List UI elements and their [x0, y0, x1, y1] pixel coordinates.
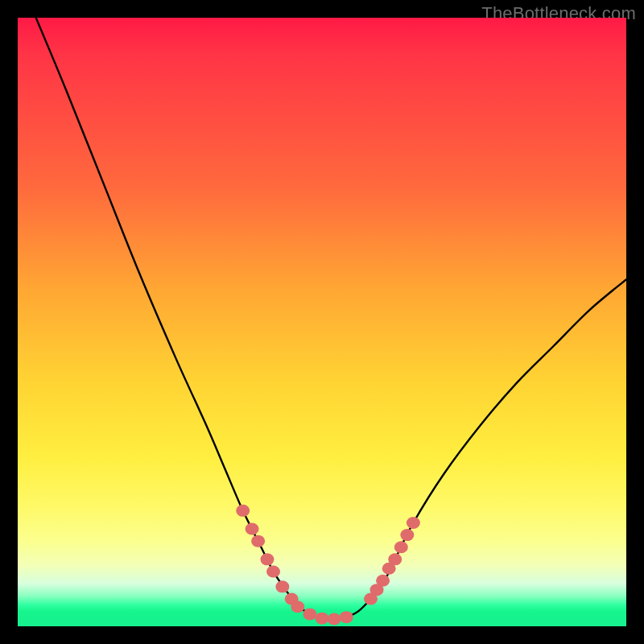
- curve-layer: [18, 18, 626, 626]
- bead-marker: [316, 613, 329, 625]
- bead-marker: [394, 541, 408, 553]
- bead-marker: [328, 613, 341, 625]
- plot-area: [18, 18, 626, 626]
- chart-frame: TheBottleneck.com: [0, 0, 644, 644]
- bottleneck-curve: [36, 18, 626, 619]
- bead-marker: [246, 523, 259, 535]
- bead-marker: [275, 580, 289, 592]
- bead-marker: [340, 611, 353, 623]
- bead-marker: [266, 565, 280, 577]
- bead-marker: [388, 553, 402, 565]
- bead-marker: [407, 517, 420, 529]
- bead-marker: [251, 535, 265, 547]
- bead-marker: [236, 505, 250, 517]
- highlight-beads: [236, 505, 420, 625]
- bead-marker: [291, 601, 304, 613]
- bead-marker: [260, 553, 274, 565]
- bead-marker: [303, 608, 316, 620]
- bead-marker: [376, 575, 390, 587]
- bead-marker: [400, 529, 414, 541]
